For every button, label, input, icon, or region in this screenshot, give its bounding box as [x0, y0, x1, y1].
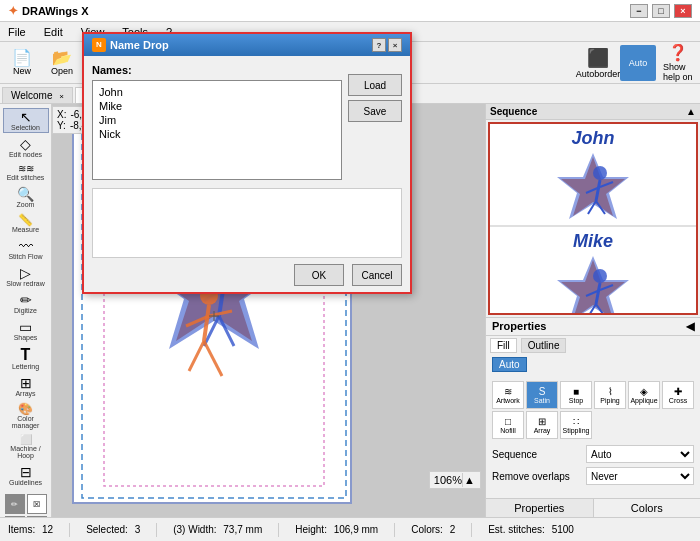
dialog-text-area[interactable] — [92, 188, 402, 258]
maximize-button[interactable]: □ — [652, 4, 670, 18]
y-label: Y: — [57, 120, 66, 131]
svg-point-22 — [593, 166, 607, 180]
stitch-applique[interactable]: ◈ Applique — [628, 381, 660, 409]
remove-overlaps-select[interactable]: Never — [586, 467, 694, 485]
nofill-icon: □ — [505, 416, 511, 427]
tab-welcome[interactable]: Welcome × — [2, 87, 73, 103]
app-title: DRAWings X — [22, 5, 89, 17]
digitize-icon: ✏ — [20, 293, 32, 307]
show-help-button[interactable]: ❓ Show help on — [660, 45, 696, 81]
sequence-item-mike[interactable]: Mike — [490, 226, 696, 315]
tool-lettering[interactable]: T Lettering — [3, 345, 49, 372]
lettering-label: Lettering — [12, 363, 39, 370]
new-icon: 📄 — [12, 50, 32, 66]
bottom-tab-properties[interactable]: Properties — [486, 499, 594, 517]
svg-line-14 — [204, 341, 222, 376]
color-manager-icon: 🎨 — [18, 403, 33, 415]
nofill-label: Nofill — [500, 427, 516, 434]
selected-value: 3 — [135, 524, 141, 535]
tool-stitch-flow[interactable]: 〰 Stitch Flow — [3, 237, 49, 262]
tool-edit-stitches[interactable]: ≋≋ Edit stitches — [3, 162, 49, 183]
seq-design-john — [553, 149, 633, 221]
tool-zoom[interactable]: 🔍 Zoom — [3, 185, 49, 210]
menu-edit[interactable]: Edit — [40, 26, 67, 38]
stitch-artwork[interactable]: ≋ Artwork — [492, 381, 524, 409]
properties-pin-icon: ◀ — [686, 320, 694, 333]
minimize-button[interactable]: − — [630, 4, 648, 18]
tool-selection[interactable]: ↖ Selection — [3, 108, 49, 133]
tool-measure[interactable]: 📏 Measure — [3, 212, 49, 235]
auto-button[interactable]: Auto — [492, 357, 527, 372]
dialog-close-button[interactable]: × — [388, 38, 402, 52]
new-button[interactable]: 📄 New — [4, 45, 40, 81]
sequence-title: Sequence — [490, 106, 537, 117]
zoom-up-button[interactable]: ▲ — [462, 473, 476, 487]
close-button[interactable]: × — [674, 4, 692, 18]
sequence-header: Sequence ▲ — [486, 104, 700, 120]
status-sep-4 — [394, 523, 395, 537]
app-icon: ✦ — [8, 4, 18, 18]
menu-file[interactable]: File — [4, 26, 30, 38]
tool-slow-redraw[interactable]: ▷ Slow redraw — [3, 264, 49, 289]
auto-button[interactable]: Auto — [620, 45, 656, 81]
tool-edit-nodes[interactable]: ◇ Edit nodes — [3, 135, 49, 160]
stitch-grid: ≋ Artwork S Satin ■ Stop ⌇ Piping ◈ Ap — [486, 377, 700, 443]
dialog-save-button[interactable]: Save — [348, 100, 402, 122]
tab-outline[interactable]: Outline — [521, 338, 567, 353]
stitch-satin[interactable]: S Satin — [526, 381, 558, 409]
sequence-list[interactable]: John Mike — [488, 122, 698, 315]
remove-overlaps-label: Remove overlaps — [492, 471, 582, 482]
left-toolbar: ↖ Selection ◇ Edit nodes ≋≋ Edit stitche… — [0, 104, 52, 517]
stitch-array[interactable]: ⊞ Array — [526, 411, 558, 439]
tool-color-manager[interactable]: 🎨 Color manager — [3, 401, 49, 431]
dialog-name-nick[interactable]: Nick — [97, 127, 337, 141]
seq-name-john: John — [572, 128, 615, 149]
dialog-title-text: Name Drop — [110, 39, 169, 51]
dialog-load-button[interactable]: Load — [348, 74, 402, 96]
stitch-cross[interactable]: ✚ Cross — [662, 381, 694, 409]
sequence-prop-select[interactable]: Auto — [586, 445, 694, 463]
bottom-icon-1[interactable]: ✏ — [5, 494, 25, 514]
edit-nodes-label: Edit nodes — [9, 151, 42, 158]
tool-machine-hoop[interactable]: ⬜ Machine / Hoop — [3, 433, 49, 461]
stitch-stippling[interactable]: ∷ Stippling — [560, 411, 592, 439]
show-help-icon: ❓ — [668, 43, 688, 62]
open-icon: 📂 — [52, 50, 72, 66]
seq-name-mike: Mike — [573, 231, 613, 252]
tab-fill[interactable]: Fill — [490, 338, 517, 353]
dialog-name-mike[interactable]: Mike — [97, 99, 337, 113]
name-drop-dialog[interactable]: N Name Drop ? × Names: John Mike Jim Nic… — [82, 32, 412, 294]
dialog-name-jim[interactable]: Jim — [97, 113, 337, 127]
sequence-item-john[interactable]: John — [490, 124, 696, 226]
open-button[interactable]: 📂 Open — [44, 45, 80, 81]
dialog-name-john[interactable]: John — [97, 85, 337, 99]
stitch-piping[interactable]: ⌇ Piping — [594, 381, 626, 409]
dialog-ok-button[interactable]: OK — [294, 264, 344, 286]
zoom-label: Zoom — [17, 201, 35, 208]
auto-row: Auto — [486, 355, 700, 374]
dialog-names-box[interactable]: John Mike Jim Nick — [92, 80, 342, 180]
dialog-side-buttons: Load Save — [348, 74, 402, 122]
tab-welcome-close[interactable]: × — [59, 92, 64, 101]
autoborder-button[interactable]: ⬛ Autoborder — [580, 45, 616, 81]
stitch-flow-icon: 〰 — [19, 239, 33, 253]
stitch-flow-label: Stitch Flow — [8, 253, 42, 260]
shapes-label: Shapes — [14, 334, 38, 341]
stitch-nofill[interactable]: □ Nofill — [492, 411, 524, 439]
tool-digitize[interactable]: ✏ Digitize — [3, 291, 49, 316]
tool-shapes[interactable]: ▭ Shapes — [3, 318, 49, 343]
edit-nodes-icon: ◇ — [20, 137, 31, 151]
items-value: 12 — [42, 524, 53, 535]
dialog-help-button[interactable]: ? — [372, 38, 386, 52]
bottom-icon-2[interactable]: ☒ — [27, 494, 47, 514]
bottom-tab-colors[interactable]: Colors — [594, 499, 701, 517]
applique-label: Applique — [630, 397, 657, 404]
tool-arrays[interactable]: ⊞ Arrays — [3, 374, 49, 399]
tool-guidelines[interactable]: ⊟ Guidelines — [3, 463, 49, 488]
dialog-cancel-button[interactable]: Cancel — [352, 264, 402, 286]
selection-icon: ↖ — [20, 110, 32, 124]
status-width: (3) Width: 73,7 mm — [173, 524, 262, 535]
stitch-stop[interactable]: ■ Stop — [560, 381, 592, 409]
zoom-level: 106% — [434, 474, 462, 486]
dialog-names-label: Names: — [92, 64, 342, 76]
